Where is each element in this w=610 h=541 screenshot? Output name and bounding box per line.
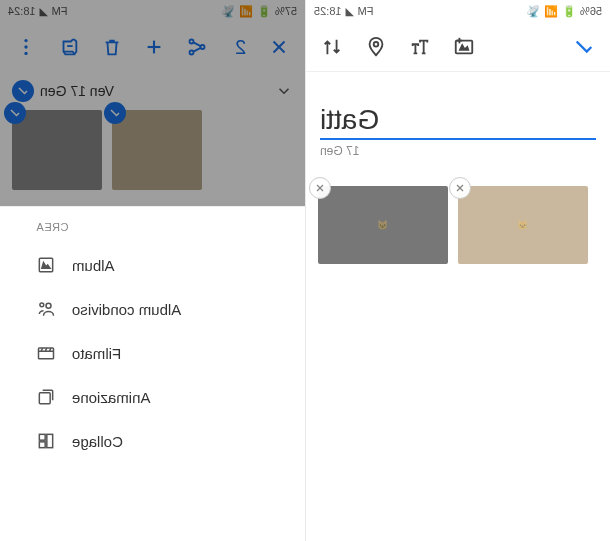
close-selection-button[interactable]: [260, 27, 297, 67]
add-photo-button[interactable]: [444, 27, 484, 67]
thumbnail-item[interactable]: [112, 110, 202, 190]
svg-point-18: [25, 39, 28, 42]
select-all-check-icon[interactable]: [12, 80, 34, 102]
create-movie-item[interactable]: Filmato: [18, 331, 305, 375]
share-button[interactable]: [179, 27, 216, 67]
create-collage-item[interactable]: Collage: [18, 419, 305, 463]
album-icon: [36, 255, 56, 275]
remove-thumbnail-button[interactable]: [309, 177, 331, 199]
svg-point-22: [46, 303, 51, 308]
selection-content: 57% 🔋📶📡 FM ◢ 18:24 2: [0, 0, 305, 206]
svg-line-14: [193, 48, 200, 52]
battery-text: 57%: [275, 5, 297, 17]
create-bottom-sheet: CREA Album Album condiviso Filmato Anima…: [0, 206, 305, 541]
thumbnail-item[interactable]: 🐱: [458, 186, 588, 264]
selection-thumbnails: [0, 110, 305, 206]
album-thumbnails: 🐱 🐱: [306, 164, 610, 264]
status-time: 18:24: [8, 5, 36, 17]
album-date-label: 17 Gen: [320, 144, 596, 158]
svg-point-11: [189, 39, 193, 43]
thumbnail-item[interactable]: 🐱: [318, 186, 448, 264]
selected-check-icon[interactable]: [4, 102, 26, 124]
svg-rect-26: [47, 434, 53, 447]
album-toolbar: [306, 22, 610, 72]
shared-album-icon: [36, 299, 56, 319]
sort-button[interactable]: [312, 27, 352, 67]
animation-icon: [36, 387, 56, 407]
movie-icon: [36, 343, 56, 363]
sheet-item-label: Collage: [72, 433, 123, 450]
add-button[interactable]: [136, 27, 173, 67]
album-create-screen: 56% 🔋📶📡 FM ◢ 18:25 17 Gen �: [305, 0, 610, 541]
svg-point-20: [25, 52, 28, 55]
location-button[interactable]: [356, 27, 396, 67]
text-button[interactable]: [400, 27, 440, 67]
battery-text: 56%: [580, 5, 602, 17]
selected-count: 2: [235, 36, 246, 59]
create-shared-album-item[interactable]: Album condiviso: [18, 287, 305, 331]
overflow-menu-button[interactable]: [8, 27, 45, 67]
svg-rect-27: [39, 434, 45, 440]
sheet-item-label: Album condiviso: [72, 301, 181, 318]
sheet-item-label: Animazione: [72, 389, 150, 406]
archive-button[interactable]: [51, 27, 88, 67]
svg-rect-25: [39, 393, 50, 404]
create-animation-item[interactable]: Animazione: [18, 375, 305, 419]
sheet-item-label: Filmato: [72, 345, 121, 362]
selection-toolbar: 2: [0, 22, 305, 72]
status-bar: 56% 🔋📶📡 FM ◢ 18:25: [306, 0, 610, 22]
carrier-text: FM: [358, 5, 374, 17]
sheet-header-label: CREA: [18, 221, 305, 243]
status-bar: 57% 🔋📶📡 FM ◢ 18:24: [0, 0, 305, 22]
carrier-text: FM: [52, 5, 68, 17]
status-time: 18:25: [314, 5, 342, 17]
sheet-item-label: Album: [72, 257, 115, 274]
collage-icon: [36, 431, 56, 451]
create-album-item[interactable]: Album: [18, 243, 305, 287]
svg-point-12: [189, 50, 193, 54]
selected-check-icon[interactable]: [104, 102, 126, 124]
album-title-input[interactable]: [320, 102, 596, 140]
chevron-down-icon[interactable]: [275, 82, 293, 100]
date-header-label: Ven 17 Gen: [40, 83, 114, 99]
svg-point-10: [200, 45, 204, 49]
svg-line-13: [193, 42, 200, 46]
thumbnail-item[interactable]: [12, 110, 102, 190]
remove-thumbnail-button[interactable]: [449, 177, 471, 199]
delete-button[interactable]: [93, 27, 130, 67]
svg-point-23: [40, 303, 44, 307]
svg-point-19: [25, 45, 28, 48]
svg-rect-21: [39, 258, 52, 271]
svg-point-3: [374, 41, 379, 46]
done-button[interactable]: [564, 27, 604, 67]
date-header-row: Ven 17 Gen: [0, 72, 305, 110]
photo-selection-screen: 57% 🔋📶📡 FM ◢ 18:24 2: [0, 0, 305, 541]
svg-rect-28: [39, 442, 45, 448]
